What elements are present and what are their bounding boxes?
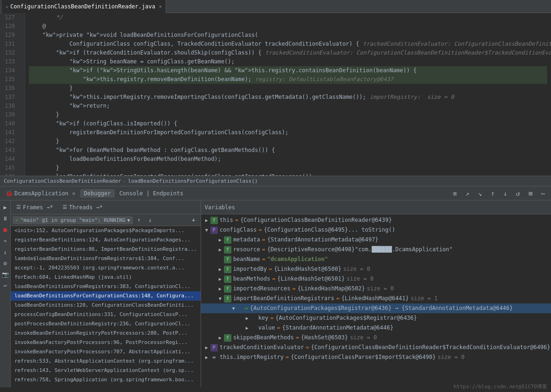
stack-frame-item[interactable]: refresh:143, ServletWebServerApplication… xyxy=(11,366,201,375)
variable-row[interactable]: ▶∞this.importRegistry={ConfigurationClas… xyxy=(201,352,551,362)
breadcrumb-separator: › xyxy=(123,178,126,184)
breadcrumb-part1: ConfigurationClassBeanDefinitionReader xyxy=(4,178,121,184)
stack-frame-item[interactable]: invokeBeanFactoryPostProcessors:707, Abs… xyxy=(11,347,201,357)
restore-button[interactable]: ↩ xyxy=(0,281,10,291)
expand-icon[interactable]: ▶ xyxy=(216,235,224,244)
settings-button[interactable]: ⚙ xyxy=(0,258,10,268)
stack-frame-item[interactable]: refresh:758, SpringApplication (org.spri… xyxy=(11,375,201,385)
var-name: key xyxy=(258,314,268,323)
stack-frame-item[interactable]: registerBeanDefinitions:124, AutoConfigu… xyxy=(11,235,201,245)
variable-row[interactable]: ▼fimportBeanDefinitionRegistrars={Linked… xyxy=(201,294,551,303)
step-over-side-button[interactable]: ↷ xyxy=(0,236,10,246)
stack-frame-item[interactable]: accept:-1, 2042235503 (org.springframewo… xyxy=(11,263,201,273)
stack-frame-item[interactable]: postProcessBeanDefinitionRegistry:236, C… xyxy=(11,319,201,329)
evaluate-button[interactable]: ↺ xyxy=(512,188,524,199)
variable-row[interactable]: ▶PtrackedConditionEvaluator={Configurati… xyxy=(201,343,551,352)
variable-row[interactable]: ▶key={AutoConfigurationPackages$Registra… xyxy=(201,313,551,323)
expand-icon[interactable]: ▶ xyxy=(203,343,210,352)
var-meta: size = 0 xyxy=(438,353,465,362)
debug-close-button[interactable]: ✕ xyxy=(72,190,76,197)
map-icon: ▬ xyxy=(245,304,248,313)
expand-icon[interactable]: ▶ xyxy=(216,333,224,342)
indent xyxy=(203,304,230,313)
panel-header: ☰ Frames →* ☰ Threads →* xyxy=(11,200,201,214)
variable-row[interactable]: ▼PconfigClass={ConfigurationClass@6495} … xyxy=(201,225,551,235)
threads-tab[interactable]: ☰ Threads →* xyxy=(59,203,106,212)
var-value: "dcamsApplication" xyxy=(267,255,328,264)
stack-frame-item[interactable]: <init>:152, AutoConfigurationPackages$Pa… xyxy=(11,226,201,235)
dump-button[interactable]: 📷 xyxy=(0,269,10,280)
variable-row[interactable]: ▶fresource={DescriptiveResource@6498} "c… xyxy=(201,245,551,254)
var-name: this.importRegistry xyxy=(220,353,284,362)
variable-row[interactable]: fbeanName="dcamsApplication" xyxy=(201,254,551,264)
frames-tab[interactable]: ☰ Frames →* xyxy=(13,203,57,212)
debug-actions: ≡ ↗ ↘ ↑ ↓ ↺ ⊞ ⋯ xyxy=(449,188,549,199)
stack-frame-item[interactable]: processConfigBeanDefinitions:331, Config… xyxy=(11,310,201,319)
expand-icon[interactable]: ▶ xyxy=(203,353,210,362)
stack-frame-item[interactable]: lambda$loadBeanDefinitionsFromRegistrars… xyxy=(11,254,201,263)
stack-frame-item[interactable]: refresh:533, AbstractApplicationContext … xyxy=(11,357,201,366)
more-button[interactable]: ⋯ xyxy=(537,188,549,199)
var-name: beanName xyxy=(233,255,260,264)
show-frames-button[interactable]: ≡ xyxy=(449,188,461,199)
variables-header: Variables xyxy=(201,200,551,214)
pause-button[interactable]: ⏸ xyxy=(0,213,10,224)
variable-row[interactable]: ▼▬{AutoConfigurationPackages$Registrar@6… xyxy=(201,303,551,313)
stack-frame-item[interactable]: registerBeanDefinitions:86, ImportBeanDe… xyxy=(11,245,201,254)
debug-app-label: 🐞 DcamsApplication ✕ xyxy=(2,190,79,197)
step-out-button[interactable]: ↑ xyxy=(487,188,499,199)
app-icon: 🐞 xyxy=(6,190,13,197)
var-eq: = xyxy=(269,265,272,274)
var-value: {HashSet@6503} xyxy=(301,333,348,342)
expand-icon[interactable]: ▶ xyxy=(216,245,224,254)
add-frame-button[interactable]: + xyxy=(188,215,199,225)
var-eq: = xyxy=(336,294,339,303)
stack-frame-item[interactable]: invokeBeanDefinitionRegistryPostProcesso… xyxy=(11,329,201,338)
expand-icon[interactable]: ▼ xyxy=(203,226,210,234)
step-over-button[interactable]: ↗ xyxy=(461,188,474,199)
down-frame-button[interactable]: ↓ xyxy=(145,215,155,225)
thread-name: "main" @1 in group "main": RUNNING xyxy=(21,217,126,223)
file-tab[interactable]: ☕ ConfigurationClassBeanDefinitionReader… xyxy=(2,0,166,13)
tab-close-button[interactable]: ✕ xyxy=(159,4,162,9)
stack-frame-item[interactable]: loadBeanDefinitions:120, ConfigurationCl… xyxy=(11,301,201,310)
debugger-tab[interactable]: Debugger xyxy=(80,189,115,198)
expand-icon[interactable]: ▶ xyxy=(203,216,210,225)
stack-frame-item[interactable]: loadBeanDefinitionsForConfigurationClass… xyxy=(11,291,201,301)
stop-button[interactable]: ■ xyxy=(0,225,10,235)
watch-button[interactable]: ⊞ xyxy=(524,188,537,199)
variable-row[interactable]: ▶fmetadata={StandardAnnotationMetadata@6… xyxy=(201,235,551,245)
var-eq: = xyxy=(277,323,280,332)
run-to-cursor-button[interactable]: ↓ xyxy=(499,188,511,199)
frame-selector[interactable]: ✓ "main" @1 in group "main": RUNNING ▼ xyxy=(13,216,133,224)
variable-row[interactable]: ▶fbeanMethods={LinkedHashSet@6501}size =… xyxy=(201,274,551,284)
var-name: beanMethods xyxy=(233,275,270,283)
variable-row[interactable]: ▶value={StandardAnnotationMetadata@6446} xyxy=(201,323,551,333)
expand-icon[interactable]: ▶ xyxy=(216,265,224,274)
stack-frame-item[interactable]: invokeBeanFactoryPostProcessors:96, Post… xyxy=(11,338,201,347)
expand-icon[interactable]: ▶ xyxy=(216,275,224,283)
indent xyxy=(203,265,216,274)
expand-icon[interactable]: ▶ xyxy=(243,323,251,332)
threads-tab-label: Threads →* xyxy=(69,204,103,211)
variable-row[interactable]: ▶fskippedBeanMethods={HashSet@6503}size … xyxy=(201,333,551,343)
field-icon: f xyxy=(224,285,231,293)
frames-tab-icon: ☰ xyxy=(16,204,21,210)
step-into-button[interactable]: ↘ xyxy=(474,188,486,199)
expand-icon[interactable]: ▼ xyxy=(230,304,237,313)
expand-icon[interactable]: ▼ xyxy=(216,294,224,303)
console-tab[interactable]: Console | Endpoints xyxy=(116,189,187,198)
variable-row[interactable]: ▶fimportedBy={LinkedHashSet@6500}size = … xyxy=(201,264,551,274)
expand-icon[interactable]: ▶ xyxy=(216,284,224,293)
stack-frame-item[interactable]: forEach:684, LinkedHashMap (java.util) xyxy=(11,273,201,282)
stack-frame-item[interactable]: loadBeanDefinitionsFromRegistrars:383, C… xyxy=(11,282,201,291)
var-meta: size = 0 xyxy=(347,275,374,283)
up-frame-button[interactable]: ↑ xyxy=(134,215,144,225)
variable-row[interactable]: ▶fimportedResources={LinkedHashMap@6502}… xyxy=(201,284,551,294)
variable-row[interactable]: ▶fthis={ConfigurationClassBeanDefinition… xyxy=(201,215,551,225)
bottom-panel: ▶ ⏸ ■ ↷ ↓ ⚙ 📷 ↩ ☰ Frames →* ☰ Threads →*… xyxy=(0,200,551,387)
step-into-side-button[interactable]: ↓ xyxy=(0,247,10,257)
indent xyxy=(203,294,216,303)
resume-button[interactable]: ▶ xyxy=(0,202,10,213)
expand-icon[interactable]: ▶ xyxy=(243,314,251,323)
